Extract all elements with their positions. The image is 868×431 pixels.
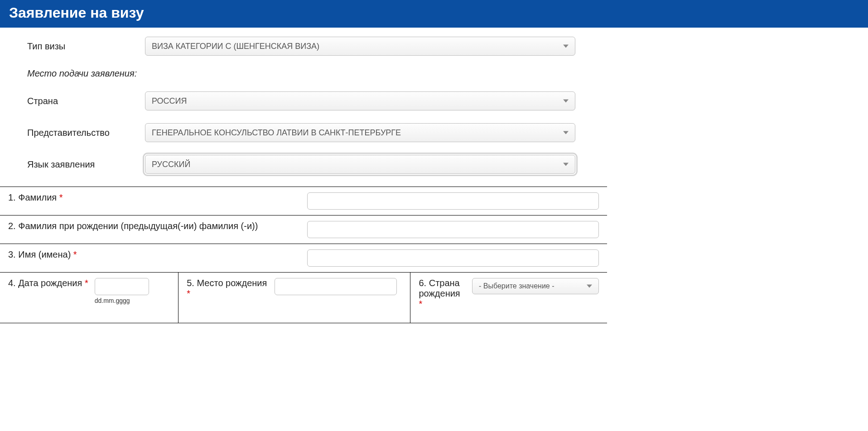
label-pob: 5. Место рождения * [187,278,275,299]
chevron-down-icon [563,131,569,134]
label-cob: 6. Страна рождения * [419,278,472,309]
select-visa-type[interactable]: ВИЗА КАТЕГОРИИ C (ШЕНГЕНСКАЯ ВИЗА) [145,37,575,56]
field-label-text: Фамилия [18,192,57,202]
row-surname: 1. Фамилия * [0,187,607,216]
select-country-value: РОССИЯ [152,96,187,106]
cell-cob: 6. Страна рождения * - Выберите значение… [410,273,607,323]
label-submission-place: Место подачи заявления: [27,68,868,79]
select-app-language[interactable]: РУССКИЙ [145,155,575,174]
row-visa-type: Тип визы ВИЗА КАТЕГОРИИ C (ШЕНГЕНСКАЯ ВИ… [27,37,868,56]
row-surname-at-birth: 2. Фамилия при рождении (предыдущая(-ии)… [0,216,607,244]
row-given-names: 3. Имя (имена) * [0,244,607,273]
select-visa-type-value: ВИЗА КАТЕГОРИИ C (ШЕНГЕНСКАЯ ВИЗА) [152,42,319,51]
field-number: 3. [8,249,16,259]
input-pob[interactable] [275,278,397,295]
applicant-fields: 1. Фамилия * 2. Фамилия при рождении (пр… [0,187,607,323]
field-label-text: Дата рождения [18,278,82,288]
field-number: 2. [8,221,16,231]
hint-dob-format: dd.mm.gggg [95,297,149,304]
required-marker: * [85,278,88,288]
row-birth-info: 4. Дата рождения * dd.mm.gggg 5. Место р… [0,273,607,323]
label-country: Страна [27,96,145,106]
cell-dob: 4. Дата рождения * dd.mm.gggg [0,273,178,323]
label-dob: 4. Дата рождения * [8,278,95,288]
required-marker: * [187,288,190,298]
select-mission-value: ГЕНЕРАЛЬНОЕ КОНСУЛЬСТВО ЛАТВИИ В САНКТ-П… [152,128,401,138]
field-label-text: Фамилия при рождении (предыдущая(-ии) фа… [18,221,258,231]
chevron-down-icon [563,100,569,103]
label-given-names: 3. Имя (имена) * [8,249,307,267]
select-mission[interactable]: ГЕНЕРАЛЬНОЕ КОНСУЛЬСТВО ЛАТВИИ В САНКТ-П… [145,123,575,142]
chevron-down-icon [587,285,592,288]
field-number: 6. [419,278,426,288]
label-surname: 1. Фамилия * [8,192,307,210]
page-header: Заявление на визу [0,0,868,28]
required-marker: * [59,192,63,202]
field-number: 1. [8,192,16,202]
input-dob[interactable] [95,278,149,295]
label-visa-type: Тип визы [27,41,145,52]
page-title: Заявление на визу [9,5,859,21]
required-marker: * [419,299,422,309]
label-surname-at-birth: 2. Фамилия при рождении (предыдущая(-ии)… [8,221,307,238]
row-mission: Представительство ГЕНЕРАЛЬНОЕ КОНСУЛЬСТВ… [27,123,868,142]
select-cob-value: - Выберите значение - [479,282,555,290]
field-label-text: Имя (имена) [18,249,71,259]
chevron-down-icon [563,163,569,166]
input-surname[interactable] [307,192,599,210]
select-cob[interactable]: - Выберите значение - [472,278,599,294]
row-country: Страна РОССИЯ [27,91,868,110]
cell-pob: 5. Место рождения * [178,273,410,323]
required-marker: * [73,249,77,259]
select-country[interactable]: РОССИЯ [145,91,575,110]
field-number: 4. [8,278,16,288]
input-given-names[interactable] [307,249,599,267]
field-label-text: Место рождения [197,278,267,288]
chevron-down-icon [563,45,569,48]
label-app-language: Язык заявления [27,159,145,170]
input-surname-at-birth[interactable] [307,221,599,238]
select-app-language-value: РУССКИЙ [152,160,190,169]
row-app-language: Язык заявления РУССКИЙ [27,155,868,174]
application-meta: Тип визы ВИЗА КАТЕГОРИИ C (ШЕНГЕНСКАЯ ВИ… [0,28,868,187]
label-mission: Представительство [27,128,145,138]
field-number: 5. [187,278,194,288]
